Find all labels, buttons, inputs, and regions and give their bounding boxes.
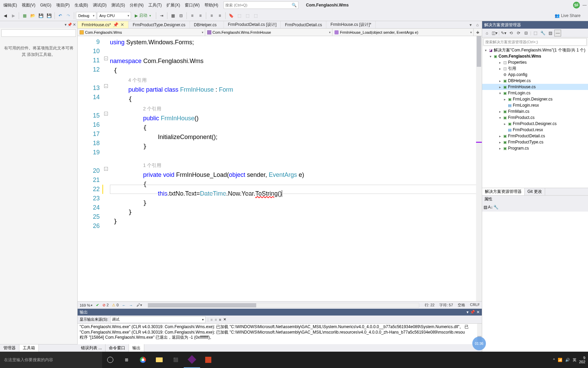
rtab-solution-explorer[interactable]: 解决方案资源管理器: [482, 188, 525, 195]
taskbar-wps-icon[interactable]: [200, 352, 216, 368]
global-search[interactable]: 🔍: [224, 1, 298, 9]
zoom-combo[interactable]: 169 %▾: [80, 303, 93, 307]
tree-node[interactable]: ▤FrmLogin.resx: [482, 102, 588, 108]
menu-view[interactable]: 视图(V): [20, 1, 37, 10]
menu-git[interactable]: Git(G): [38, 1, 53, 9]
se-pending-button[interactable]: ✎▾: [500, 30, 507, 36]
output-wrap-button[interactable]: ≡: [219, 318, 221, 322]
taskbar-cortana-icon[interactable]: [102, 352, 118, 368]
global-search-input[interactable]: [225, 3, 292, 7]
tree-node[interactable]: ▸◫Properties: [482, 59, 588, 65]
tab-output[interactable]: 输出: [129, 344, 144, 352]
tb-misc-1[interactable]: ▦: [169, 12, 177, 19]
tab-frmproducttype-designer[interactable]: FrmProductType.Designer.cs: [129, 21, 190, 28]
tab-pin-icon[interactable]: 📌: [113, 22, 118, 27]
uncomment-button[interactable]: ≡: [216, 12, 224, 19]
tree-node[interactable]: ▸▣FrmLogin.Designer.cs: [482, 96, 588, 102]
tabs-home-icon[interactable]: ⌂: [474, 22, 480, 28]
fold-class-icon[interactable]: −: [104, 84, 108, 88]
se-collapse-button[interactable]: ⊟: [523, 30, 529, 36]
se-properties-button[interactable]: 🔧: [539, 30, 546, 36]
tree-node[interactable]: ▤FrmProduct.resx: [482, 127, 588, 133]
warning-count[interactable]: ⚠ 0: [112, 303, 118, 307]
menu-tools[interactable]: 工具(T): [146, 1, 164, 10]
tray-chevron-icon[interactable]: ^: [553, 358, 555, 362]
fold-namespace-icon[interactable]: −: [104, 57, 108, 60]
nav-class-combo[interactable]: Com.Fenglaoshi.Wms.FrmInHouse: [205, 29, 333, 36]
status-eol[interactable]: CRLF: [470, 303, 480, 308]
taskbar-visualstudio-icon[interactable]: [184, 352, 200, 368]
tree-node[interactable]: ▾▣FrmLogin.cs: [482, 90, 588, 96]
next-issue-button[interactable]: →: [129, 303, 133, 307]
editor-scrollbar[interactable]: [476, 36, 482, 301]
tab-command-window[interactable]: 命令窗口: [105, 344, 129, 352]
nav-member-combo[interactable]: FrmInHouse_Load(object sender, EventArgs…: [332, 29, 474, 36]
no-issues-icon[interactable]: ✔: [96, 303, 99, 307]
se-refresh-button[interactable]: ⟳: [515, 30, 522, 36]
redo-button[interactable]: ↷: [65, 12, 72, 19]
menu-window[interactable]: 窗口(W): [183, 1, 201, 10]
new-item-button[interactable]: ▦: [21, 12, 28, 19]
tray-ime[interactable]: 英: [573, 357, 576, 363]
menu-test[interactable]: 测试(S): [109, 1, 127, 10]
platform-combo[interactable]: Any CPU: [97, 12, 131, 19]
nav-history-button[interactable]: 🖋▾: [136, 303, 142, 307]
fold-ctor-icon[interactable]: −: [104, 112, 108, 116]
nav-project-combo[interactable]: Com.Fenglaoshi.Wms: [78, 29, 205, 36]
error-count[interactable]: ⊘ 2: [102, 303, 109, 307]
tab-error-list[interactable]: 错误列表 ...: [78, 344, 105, 352]
status-spaces[interactable]: 空格: [458, 303, 465, 308]
tree-node[interactable]: ▸▣FrmProductType.cs: [482, 139, 588, 145]
tree-node[interactable]: ▸▣FrmInHouse.cs: [482, 84, 588, 90]
tab-frmproductdetail-design[interactable]: FrmProductDetail.cs [设计]: [224, 21, 281, 28]
toolbox-dropdown-icon[interactable]: ▾: [65, 22, 67, 27]
open-button[interactable]: 📂: [29, 12, 36, 19]
tree-node[interactable]: ▸▣Program.cs: [482, 145, 588, 151]
config-combo[interactable]: Debug: [76, 12, 96, 19]
menu-build[interactable]: 生成(B): [72, 1, 90, 10]
tab-frminhouse-design[interactable]: FrmInHouse.cs [设计]*: [326, 21, 376, 28]
toolbox-close-icon[interactable]: ✕: [73, 22, 76, 27]
tb-misc-2[interactable]: ⊟: [177, 12, 185, 19]
tree-node[interactable]: ▸◫引用: [482, 65, 588, 72]
properties-body[interactable]: [482, 212, 588, 352]
indent-less-button[interactable]: ≡: [189, 12, 196, 19]
tree-node[interactable]: ▸▣FrmProductDetail.cs: [482, 133, 588, 139]
tree-node[interactable]: ⚙App.config: [482, 72, 588, 78]
se-view-mode-button[interactable]: —: [554, 30, 561, 36]
output-body[interactable]: "Com.Fenglaoshi.Wms.exe" (CLR v4.0.30319…: [78, 324, 482, 344]
nav-split-button[interactable]: ≑: [474, 29, 482, 36]
solution-search-input[interactable]: 搜索解决方案资源管理器(Ctrl+;): [484, 38, 587, 46]
taskbar-chrome-icon[interactable]: [135, 352, 151, 368]
se-home-button[interactable]: ⌂: [484, 30, 490, 36]
solution-tree[interactable]: ▾◪解决方案"Com.Fenglaoshi.Wms"(1 个项目/共 1 个) …: [482, 46, 588, 188]
undo-button[interactable]: ↶: [56, 12, 64, 19]
se-switch-view-button[interactable]: ◫▾: [491, 30, 498, 36]
menu-analyze[interactable]: 分析(N): [128, 1, 146, 10]
se-showall-button[interactable]: ⬚: [532, 30, 539, 36]
minimize-icon[interactable]: —: [583, 3, 587, 7]
se-preview-button[interactable]: ▤: [547, 30, 554, 36]
tray-network-icon[interactable]: 📶: [558, 358, 562, 362]
tree-node[interactable]: ▸▣FrmMain.cs: [482, 108, 588, 114]
prop-categorized-button[interactable]: ▤: [484, 205, 487, 210]
user-avatar[interactable]: SF: [573, 2, 580, 9]
tree-node[interactable]: ▸▣FrmProduct.Designer.cs: [482, 121, 588, 127]
bookmark-button[interactable]: 🔖: [227, 12, 235, 19]
menu-help[interactable]: 帮助(H): [202, 1, 220, 10]
tab-close-icon[interactable]: ✕: [120, 22, 124, 27]
taskbar-app1-icon[interactable]: ⬛: [167, 352, 184, 368]
editor-hscrollbar[interactable]: [148, 303, 419, 308]
output-close-icon[interactable]: ✕: [476, 310, 480, 315]
taskbar-search[interactable]: 在这里输入你要搜索的内容: [0, 352, 102, 368]
solution-root-node[interactable]: ▾◪解决方案"Com.Fenglaoshi.Wms"(1 个项目/共 1 个): [482, 47, 588, 53]
comment-button[interactable]: ≡: [208, 12, 215, 19]
output-toggle-button[interactable]: ≡: [215, 318, 217, 322]
left-tab-manager[interactable]: 管理器: [0, 344, 19, 352]
prop-wrench-button[interactable]: 🔧: [493, 205, 499, 210]
tree-node[interactable]: ▾▣FrmProduct.cs: [482, 114, 588, 121]
toolbox-filter-input[interactable]: [1, 29, 76, 37]
code-content[interactable]: using System.Windows.Forms; namespace Co…: [110, 36, 482, 301]
tab-frminhouse-cs[interactable]: FrmInHouse.cs*📌✕: [78, 21, 129, 28]
indent-more-button[interactable]: ≡: [197, 12, 204, 19]
